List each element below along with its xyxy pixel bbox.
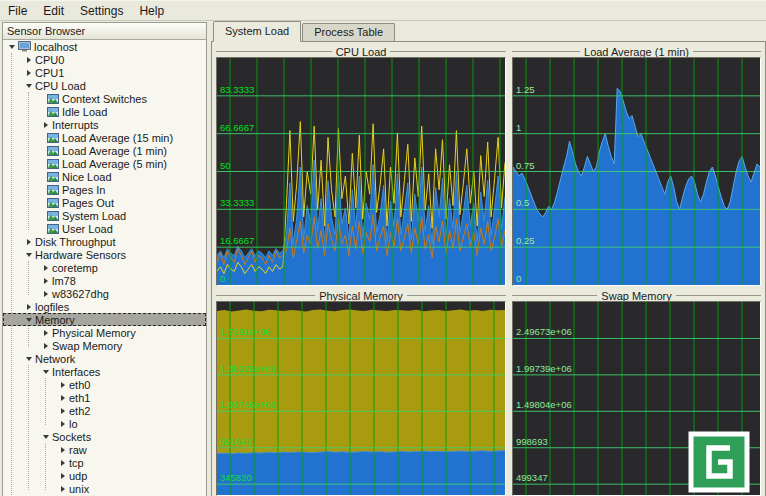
menu-item-help[interactable]: Help <box>139 4 164 18</box>
expand-arrow-icon[interactable] <box>41 263 50 272</box>
expand-arrow-icon[interactable] <box>24 55 33 64</box>
chart-group-title: Load Average (1 min) <box>512 46 761 57</box>
collapse-arrow-icon[interactable] <box>24 250 33 259</box>
tree-item-eth1[interactable]: eth1 <box>3 391 206 404</box>
tree-item-label: Physical Memory <box>52 327 136 339</box>
tree-item-label: Pages In <box>62 184 105 196</box>
tree-item-load-average-1-min[interactable]: Load Average (1 min) <box>3 144 206 157</box>
collapse-arrow-icon[interactable] <box>41 432 50 441</box>
expand-arrow-icon[interactable] <box>24 237 33 246</box>
menubar: FileEditSettingsHelp <box>0 1 766 21</box>
expand-arrow-icon[interactable] <box>41 328 50 337</box>
menu-item-edit[interactable]: Edit <box>43 4 64 18</box>
tree-item-label: CPU Load <box>35 80 86 92</box>
tree-item-memory[interactable]: Memory <box>3 313 206 326</box>
sensor-browser-panel: Sensor Browser localhostCPU0CPU1CPU Load… <box>2 22 207 496</box>
plot-area-cpu-load[interactable]: 83.333366.66675033.333316.66670 <box>216 57 506 286</box>
expand-arrow-icon[interactable] <box>24 302 33 311</box>
expand-arrow-icon[interactable] <box>58 406 67 415</box>
collapse-arrow-icon[interactable] <box>41 367 50 376</box>
tree-item-load-average-15-min[interactable]: Load Average (15 min) <box>3 131 206 144</box>
tree-item-label: Load Average (5 min) <box>62 158 167 170</box>
tree-item-label: eth2 <box>69 405 90 417</box>
tree-item-load-average-5-min[interactable]: Load Average (5 min) <box>3 157 206 170</box>
menu-item-file[interactable]: File <box>8 4 27 18</box>
tree-item-localhost[interactable]: localhost <box>3 40 206 53</box>
tree-item-lo[interactable]: lo <box>3 417 206 430</box>
expand-arrow-icon[interactable] <box>58 445 67 454</box>
expand-arrow-icon[interactable] <box>41 289 50 298</box>
tree-item-label: Load Average (15 min) <box>62 132 173 144</box>
tick-label: 1.25 <box>516 84 535 95</box>
collapse-arrow-icon[interactable] <box>7 42 16 51</box>
expand-arrow-icon[interactable] <box>58 380 67 389</box>
tick-label: 1.49804e+06 <box>516 399 572 410</box>
expand-arrow-icon[interactable] <box>58 419 67 428</box>
tree-item-udp[interactable]: udp <box>3 469 206 482</box>
tab-process-table[interactable]: Process Table <box>302 23 395 41</box>
series-application-memory <box>217 451 505 496</box>
tree-item-pages-out[interactable]: Pages Out <box>3 196 206 209</box>
tree-item-hardware-sensors[interactable]: Hardware Sensors <box>3 248 206 261</box>
tree-item-lm78[interactable]: lm78 <box>3 274 206 287</box>
tab-system-load[interactable]: System Load <box>213 21 301 42</box>
tree-item-nice-load[interactable]: Nice Load <box>3 170 206 183</box>
expand-arrow-icon[interactable] <box>58 484 67 493</box>
tree-item-raw[interactable]: raw <box>3 443 206 456</box>
expand-arrow-icon[interactable] <box>41 276 50 285</box>
tree-item-label: Disk Throughput <box>35 236 116 248</box>
tree-item-cpu-load[interactable]: CPU Load <box>3 79 206 92</box>
expand-arrow-icon[interactable] <box>58 471 67 480</box>
chart-title: CPU Load <box>336 46 387 58</box>
tree-item-label: coretemp <box>52 262 98 274</box>
sensor-icon <box>47 172 59 182</box>
tree-item-w83627dhg[interactable]: w83627dhg <box>3 287 206 300</box>
tree-item-cpu1[interactable]: CPU1 <box>3 66 206 79</box>
chart-group-title: Physical Memory <box>216 290 506 301</box>
collapse-arrow-icon[interactable] <box>24 315 33 324</box>
chart-canvas: 83.333366.66675033.333316.66670 <box>217 58 505 285</box>
collapse-arrow-icon[interactable] <box>24 81 33 90</box>
plot-area-physical-memory[interactable]: 1.7291e+061.38328e+061.03746e+0669164034… <box>216 301 506 496</box>
chart-title: Physical Memory <box>319 290 403 302</box>
collapse-arrow-icon[interactable] <box>24 354 33 363</box>
tree-item-logfiles[interactable]: logfiles <box>3 300 206 313</box>
tree-item-pages-in[interactable]: Pages In <box>3 183 206 196</box>
tree-item-unix[interactable]: unix <box>3 482 206 495</box>
tree-item-interfaces[interactable]: Interfaces <box>3 365 206 378</box>
tree-item-interrupts[interactable]: Interrupts <box>3 118 206 131</box>
plot-area-load-average-1-min[interactable]: 1.2510.750.50.250 <box>512 57 761 286</box>
tree-item-label: unix <box>69 483 89 495</box>
tree-item-tcp[interactable]: tcp <box>3 456 206 469</box>
tick-label: 1.03746e+06 <box>220 399 276 410</box>
expand-arrow-icon[interactable] <box>24 68 33 77</box>
tree-item-user-load[interactable]: User Load <box>3 222 206 235</box>
chart-canvas: 1.2510.750.50.250 <box>513 58 760 285</box>
tree-item-idle-load[interactable]: Idle Load <box>3 105 206 118</box>
group-cpu-load: CPU Load83.333366.66675033.333316.66670 <box>216 46 506 286</box>
tree-item-coretemp[interactable]: coretemp <box>3 261 206 274</box>
expand-arrow-icon[interactable] <box>41 341 50 350</box>
tree-item-label: Nice Load <box>62 171 112 183</box>
tree-item-cpu0[interactable]: CPU0 <box>3 53 206 66</box>
tree-item-disk-throughput[interactable]: Disk Throughput <box>3 235 206 248</box>
tree-item-eth0[interactable]: eth0 <box>3 378 206 391</box>
tree-item-label: tcp <box>69 457 84 469</box>
title-rule <box>407 295 506 296</box>
tick-label: 16.6667 <box>220 235 254 246</box>
tree-item-network[interactable]: Network <box>3 352 206 365</box>
tick-label: 83.3333 <box>220 84 254 95</box>
tree-item-sockets[interactable]: Sockets <box>3 430 206 443</box>
tree-item-context-switches[interactable]: Context Switches <box>3 92 206 105</box>
chart-group-title: Swap Memory <box>512 290 761 301</box>
tree-item-physical-memory[interactable]: Physical Memory <box>3 326 206 339</box>
tree-item-eth2[interactable]: eth2 <box>3 404 206 417</box>
tick-label: 1.99739e+06 <box>516 363 572 374</box>
tree-item-swap-memory[interactable]: Swap Memory <box>3 339 206 352</box>
chart-title: Load Average (1 min) <box>584 46 689 58</box>
expand-arrow-icon[interactable] <box>41 120 50 129</box>
expand-arrow-icon[interactable] <box>58 393 67 402</box>
tree-item-system-load[interactable]: System Load <box>3 209 206 222</box>
menu-item-settings[interactable]: Settings <box>80 4 123 18</box>
expand-arrow-icon[interactable] <box>58 458 67 467</box>
